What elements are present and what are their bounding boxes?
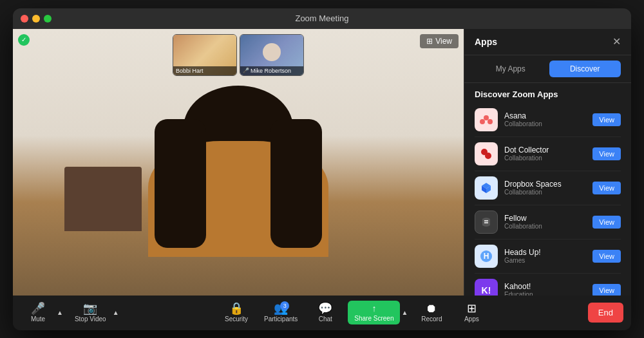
stop-video-button[interactable]: 📷 Stop Video [70,300,111,325]
video-group: 📷 Stop Video ▲ [70,300,120,325]
person-hair-left [155,119,206,248]
stop-video-label: Stop Video [75,315,106,323]
apps-label: Apps [464,315,479,323]
fellow-info: Fellow Collaboration [504,214,586,230]
tab-my-apps[interactable]: My Apps [475,61,547,77]
share-label: Share Screen [354,315,393,322]
participants-label: Participants [264,315,298,323]
security-button[interactable]: 🔒 Security [219,300,254,325]
view-label: View [435,37,452,46]
record-button[interactable]: ⏺ Record [414,300,449,325]
apps-panel-title: Apps [475,37,497,47]
video-caret[interactable]: ▲ [111,309,120,316]
chat-icon: 💬 [318,303,332,314]
list-item: K! Kahoot! Education View [475,274,621,296]
tab-discover[interactable]: Discover [549,61,621,77]
mute-button[interactable]: 🎤 Mute [21,300,55,325]
toolbar-left: 🎤 Mute ▲ 📷 Stop Video ▲ [21,300,120,325]
mic-icon: 🎤 [243,68,249,73]
toolbar-right: End [588,303,623,323]
minimize-button[interactable] [32,15,40,23]
apps-header: Apps ✕ [464,29,631,55]
mute-caret[interactable]: ▲ [55,309,64,316]
dropbox-view-button[interactable]: View [592,182,621,194]
video-area: ✓ ⊞ View Bobbi Hart [13,29,464,296]
window-title: Zoom Meeting [295,14,348,23]
mute-label: Mute [31,315,45,323]
thumbnails-container: Bobbi Hart 🎤 Mike Robertson [173,34,304,76]
maximize-button[interactable] [44,15,52,23]
thumbnail-1[interactable]: Bobbi Hart [173,34,237,76]
kahoot-info: Kahoot! Education [504,282,586,296]
thumbnail-2-label: 🎤 Mike Robertson [240,66,303,75]
zoom-window: Zoom Meeting ✓ ⊞ [13,8,631,330]
person-hair-right [270,119,322,248]
security-badge: ✓ [18,34,30,46]
fellow-icon [475,211,498,234]
list-item: Fellow Collaboration View [475,205,621,239]
svg-point-2 [488,119,493,124]
share-caret[interactable]: ▲ [400,309,409,316]
end-button[interactable]: End [588,303,623,323]
close-icon: ✕ [612,36,621,47]
thumbnail-2[interactable]: 🎤 Mike Robertson [240,34,304,76]
apps-panel: Apps ✕ My Apps Discover Discover Zoom Ap… [464,29,631,296]
list-item: Dot Collector Collaboration View [475,137,621,171]
thumbnail-1-label: Bobbi Hart [173,66,236,75]
apps-tabs: My Apps Discover [464,55,631,83]
title-bar: Zoom Meeting [13,8,631,29]
dot-collector-info: Dot Collector Collaboration [504,146,586,162]
close-button[interactable] [21,15,28,23]
chat-label: Chat [319,315,332,323]
svg-point-0 [484,115,489,120]
asana-icon [475,108,498,131]
mic-icon: 🎤 [31,303,45,314]
main-area: ✓ ⊞ View Bobbi Hart [13,29,631,296]
dropbox-icon [475,176,498,200]
list-item: Dropbox Spaces Collaboration View [475,171,621,205]
fireplace-decor [64,167,142,231]
record-icon: ⏺ [426,303,437,314]
share-screen-button[interactable]: ↑ Share Screen [348,301,400,324]
svg-point-1 [480,119,485,124]
view-button[interactable]: ⊞ View [420,34,459,48]
apps-button[interactable]: ⊞ Apps [454,300,489,325]
participants-button[interactable]: 👥 3 Participants [259,300,303,325]
apps-close-button[interactable]: ✕ [612,37,621,47]
camera-icon: 📷 [83,303,97,314]
headsup-view-button[interactable]: View [592,250,621,263]
asana-view-button[interactable]: View [592,113,621,126]
thumbnail-1-name: Bobbi Hart [176,68,204,74]
share-icon: ↑ [368,303,379,314]
headsup-icon: H [475,245,498,268]
mute-group: 🎤 Mute ▲ [21,300,64,325]
toolbar: 🎤 Mute ▲ 📷 Stop Video ▲ 🔒 Security [13,296,631,330]
dot-collector-icon [475,142,498,165]
list-item: Asana Collaboration View [475,103,621,137]
kahoot-view-button[interactable]: View [592,284,621,296]
security-icon: ✓ [21,36,26,43]
kahoot-icon: K! [475,279,498,296]
chat-button[interactable]: 💬 Chat [308,300,343,325]
thumbnail-2-name: Mike Robertson [251,68,291,74]
svg-point-4 [485,153,491,159]
dot-collector-view-button[interactable]: View [592,147,621,160]
svg-text:H: H [484,252,489,261]
discover-title: Discover Zoom Apps [464,83,631,103]
security-icon: 🔒 [229,303,243,314]
participants-icon-wrap: 👥 3 [274,303,288,314]
dropbox-info: Dropbox Spaces Collaboration [504,180,586,196]
security-label: Security [225,315,248,323]
fellow-view-button[interactable]: View [592,216,621,229]
apps-list[interactable]: Asana Collaboration View Dot Collector C… [464,103,631,296]
svg-text:K!: K! [482,285,491,296]
window-controls [21,15,52,23]
record-label: Record [421,315,442,323]
share-group: ↑ Share Screen ▲ [348,301,409,324]
view-icon: ⊞ [426,37,433,46]
list-item: H Heads Up! Games View [475,239,621,274]
apps-icon: ⊞ [467,303,477,314]
toolbar-center: 🔒 Security 👥 3 Participants 💬 Chat ↑ Sha… [219,300,489,325]
asana-info: Asana Collaboration [504,111,586,127]
headsup-info: Heads Up! Games [504,248,586,264]
